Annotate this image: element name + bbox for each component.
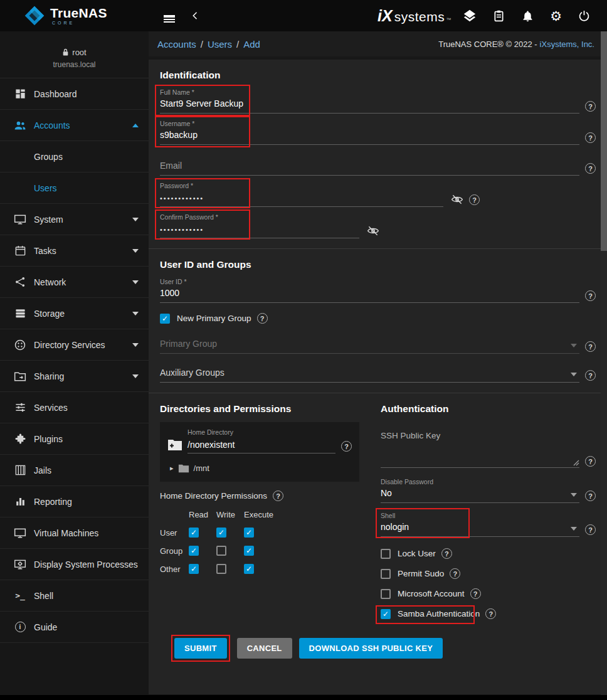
sidebar-item-sharing[interactable]: Sharing xyxy=(0,361,149,392)
directory-tree-item-mnt[interactable]: ▸ /mnt xyxy=(167,464,352,473)
monitor-icon xyxy=(14,213,26,226)
group-read-checkbox[interactable] xyxy=(189,546,199,556)
calendar-icon xyxy=(14,245,26,257)
other-write-checkbox[interactable] xyxy=(216,564,226,574)
other-read-checkbox[interactable] xyxy=(189,564,199,574)
chevron-down-icon xyxy=(571,373,577,376)
help-icon[interactable] xyxy=(585,456,596,467)
shell-select[interactable]: nologin xyxy=(381,521,579,537)
user-write-checkbox[interactable] xyxy=(216,528,226,538)
help-icon[interactable] xyxy=(585,101,596,112)
full-name-input[interactable]: Start9 Server Backup xyxy=(160,97,579,114)
sidebar-item-jails[interactable]: Jails xyxy=(0,455,149,486)
sidebar-item-directory-services[interactable]: Directory Services xyxy=(0,329,149,361)
user-id-input[interactable]: 1000 xyxy=(160,287,579,303)
brand-subtitle: CORE xyxy=(50,21,107,25)
help-icon[interactable] xyxy=(585,370,596,381)
sidebar-item-virtual-machines[interactable]: Virtual Machines xyxy=(0,517,149,549)
help-icon[interactable] xyxy=(585,341,596,352)
password-input[interactable]: •••••••••••• xyxy=(160,191,443,207)
chevron-down-icon xyxy=(571,493,577,497)
ssh-public-key-textarea[interactable] xyxy=(381,440,579,468)
help-icon[interactable] xyxy=(585,290,596,301)
sidebar-item-users[interactable]: Users xyxy=(0,172,149,204)
primary-group-select[interactable]: Primary Group xyxy=(160,337,579,354)
group-execute-checkbox[interactable] xyxy=(244,546,254,556)
permit-sudo-checkbox[interactable] xyxy=(381,569,391,579)
user-read-checkbox[interactable] xyxy=(189,528,199,538)
sidebar-item-guide[interactable]: i Guide xyxy=(0,612,149,643)
microsoft-account-row: Microsoft Account xyxy=(381,588,481,599)
disable-password-select[interactable]: No xyxy=(381,487,579,503)
home-directory-input[interactable]: /nonexistent xyxy=(187,437,335,453)
email-input[interactable]: Email xyxy=(160,159,579,176)
sidebar-item-plugins[interactable]: Plugins xyxy=(0,423,149,455)
help-icon[interactable] xyxy=(585,491,596,501)
power-icon[interactable] xyxy=(578,9,591,23)
help-icon[interactable] xyxy=(450,568,460,579)
lock-user-row: Lock User xyxy=(381,548,452,559)
sidebar-item-accounts[interactable]: Accounts xyxy=(0,110,149,141)
breadcrumb-users[interactable]: Users xyxy=(208,39,232,50)
microsoft-account-checkbox[interactable] xyxy=(381,589,391,599)
tree-expand-icon[interactable]: ▸ xyxy=(170,464,174,472)
help-icon[interactable] xyxy=(585,163,596,174)
sidebar-item-storage[interactable]: Storage xyxy=(0,298,149,329)
username-field: Username * s9backup xyxy=(160,120,596,145)
layers-icon[interactable] xyxy=(463,9,477,23)
download-ssh-key-button[interactable]: DOWNLOAD SSH PUBLIC KEY xyxy=(299,638,443,659)
breadcrumb: Accounts / Users / Add xyxy=(157,39,260,50)
cancel-button[interactable]: CANCEL xyxy=(237,638,292,659)
truenas-logo[interactable]: TrueNAS CORE xyxy=(0,5,149,26)
ix-logo-x: X xyxy=(382,7,393,25)
breadcrumb-add[interactable]: Add xyxy=(243,39,260,50)
chevron-down-icon xyxy=(132,280,139,284)
submit-button[interactable]: SUBMIT xyxy=(174,638,227,659)
sidebar-item-shell[interactable]: >_ Shell xyxy=(0,580,149,612)
username-input[interactable]: s9backup xyxy=(160,129,579,145)
sidebar-item-display-system-processes[interactable]: Display System Processes xyxy=(0,549,149,580)
help-icon[interactable] xyxy=(257,313,268,324)
user-execute-checkbox[interactable] xyxy=(244,528,254,538)
help-icon[interactable] xyxy=(341,441,352,452)
auxiliary-groups-select[interactable]: Auxiliary Groups xyxy=(160,366,579,383)
help-icon[interactable] xyxy=(585,132,596,143)
auxiliary-groups-field: Auxiliary Groups xyxy=(160,360,596,383)
sidebar-item-groups[interactable]: Groups xyxy=(0,141,149,172)
help-icon[interactable] xyxy=(585,524,596,535)
lock-icon xyxy=(62,48,69,56)
permissions-row-group: Group xyxy=(160,546,368,556)
menu-icon[interactable] xyxy=(160,10,179,21)
scrollbar-thumb[interactable] xyxy=(601,31,607,251)
notifications-icon[interactable] xyxy=(521,9,534,23)
sidebar-item-network[interactable]: Network xyxy=(0,267,149,298)
ixsystems-link[interactable]: iXsystems, Inc. xyxy=(540,40,594,49)
help-icon[interactable] xyxy=(470,588,481,599)
samba-authentication-checkbox[interactable] xyxy=(381,609,391,619)
lock-user-checkbox[interactable] xyxy=(381,549,391,559)
eye-slash-icon[interactable] xyxy=(367,225,379,237)
resize-handle-icon[interactable] xyxy=(573,460,579,466)
new-primary-group-checkbox[interactable] xyxy=(160,314,170,324)
terminal-icon: >_ xyxy=(14,590,26,602)
help-icon[interactable] xyxy=(441,548,452,559)
sidebar-item-reporting[interactable]: Reporting xyxy=(0,486,149,517)
settings-icon[interactable]: ⚙ xyxy=(550,9,562,23)
section-identification: Identification Full Name * Start9 Server… xyxy=(149,60,601,248)
eye-slash-icon[interactable] xyxy=(451,193,463,206)
sidebar-item-services[interactable]: Services xyxy=(0,392,149,423)
other-execute-checkbox[interactable] xyxy=(244,564,254,574)
group-write-checkbox[interactable] xyxy=(216,546,226,556)
help-icon[interactable] xyxy=(485,608,496,619)
help-icon[interactable] xyxy=(469,194,480,205)
sidebar-item-dashboard[interactable]: Dashboard xyxy=(0,78,149,110)
confirm-password-input[interactable]: •••••••••••• xyxy=(160,222,359,238)
sidebar-item-tasks[interactable]: Tasks xyxy=(0,235,149,267)
sidebar-item-system[interactable]: System xyxy=(0,204,149,235)
help-icon[interactable] xyxy=(273,491,283,501)
breadcrumb-accounts[interactable]: Accounts xyxy=(157,39,196,50)
directories-column: Directories and Permissions Home Directo… xyxy=(160,403,368,628)
scrollbar-track[interactable] xyxy=(601,31,607,695)
back-icon[interactable] xyxy=(186,6,205,25)
tasks-icon[interactable] xyxy=(492,9,505,23)
